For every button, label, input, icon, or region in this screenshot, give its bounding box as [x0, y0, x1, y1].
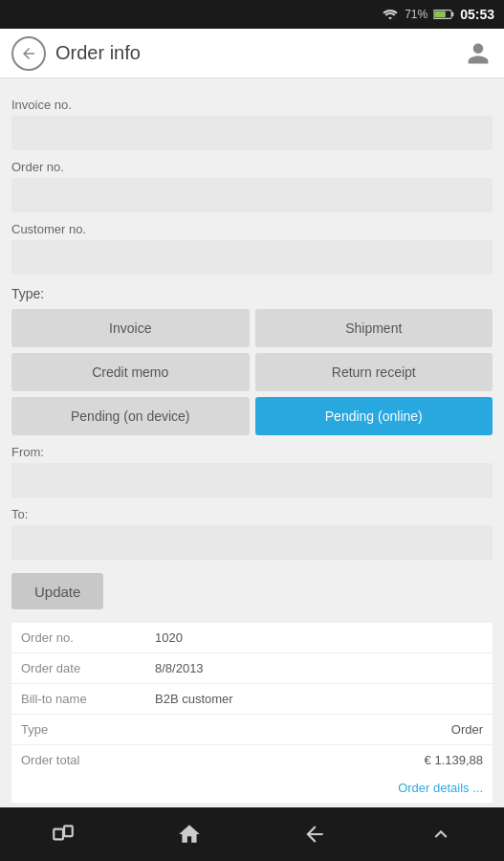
type-label: Type:	[11, 286, 493, 301]
status-icons: 71% 05:53	[382, 7, 494, 22]
type-btn-pending-device[interactable]: Pending (on device)	[11, 397, 250, 435]
table-row: Order date 8/8/2013	[11, 653, 493, 684]
update-button[interactable]: Update	[11, 573, 103, 609]
back-arrow-icon	[20, 45, 37, 62]
invoice-no-label: Invoice no.	[11, 98, 493, 112]
type-btn-shipment[interactable]: Shipment	[255, 309, 493, 347]
to-label: To:	[11, 507, 493, 521]
svg-rect-3	[54, 829, 63, 840]
row-value: 1020	[155, 630, 483, 645]
top-bar: Order info	[0, 29, 504, 78]
from-label: From:	[11, 445, 493, 459]
type-buttons-row2: Credit memo Return receipt	[11, 353, 493, 391]
recent-apps-button[interactable]	[34, 815, 92, 853]
table-row: Order no. 1020	[11, 623, 493, 653]
time-display: 05:53	[460, 7, 494, 22]
to-input[interactable]	[11, 525, 493, 560]
type-btn-pending-online[interactable]: Pending (online)	[255, 397, 493, 435]
svg-rect-2	[434, 11, 446, 18]
type-btn-credit-memo[interactable]: Credit memo	[11, 353, 250, 391]
table-row: Type Order	[11, 715, 493, 745]
row-label: Order no.	[21, 630, 155, 645]
nav-back-button[interactable]	[286, 815, 343, 853]
customer-no-label: Customer no.	[11, 222, 493, 236]
battery-icon	[433, 8, 454, 21]
row-label: Bill-to name	[21, 692, 155, 706]
table-row: Order total € 1.139,88	[11, 745, 493, 775]
wifi-icon	[382, 8, 399, 21]
chevron-up-icon	[428, 822, 453, 847]
row-label: Type	[21, 722, 155, 737]
content-area: Invoice no. Order no. Customer no. Type:…	[0, 78, 504, 807]
order-no-input[interactable]	[11, 178, 493, 212]
type-buttons-row1: Invoice Shipment	[11, 309, 493, 347]
order-details-link[interactable]: Order details ...	[11, 775, 493, 803]
page-title: Order info	[55, 42, 464, 64]
result-section-1: Order no. 1020 Order date 8/8/2013 Bill-…	[11, 623, 493, 803]
row-label: Order total	[21, 753, 155, 767]
row-value: 8/8/2013	[155, 661, 483, 675]
row-value: B2B customer	[155, 692, 483, 706]
user-icon[interactable]	[464, 39, 493, 68]
row-value: Order	[155, 722, 483, 737]
table-row: Bill-to name B2B customer	[11, 684, 493, 715]
type-btn-return-receipt[interactable]: Return receipt	[255, 353, 493, 391]
battery-text: 71%	[405, 8, 427, 21]
row-value: € 1.139,88	[155, 753, 483, 767]
user-avatar-icon	[466, 41, 491, 66]
result-table-1: Order no. 1020 Order date 8/8/2013 Bill-…	[11, 623, 493, 775]
recent-apps-icon	[51, 822, 76, 847]
svg-rect-1	[451, 12, 453, 16]
invoice-no-input[interactable]	[11, 116, 493, 150]
from-section: From:	[11, 445, 493, 497]
nav-back-icon	[302, 822, 327, 847]
bottom-nav	[0, 807, 504, 861]
customer-no-input[interactable]	[11, 240, 493, 275]
type-buttons-row3: Pending (on device) Pending (online)	[11, 397, 493, 435]
to-section: To:	[11, 507, 493, 560]
order-no-label: Order no.	[11, 160, 493, 174]
home-button[interactable]	[161, 815, 218, 853]
svg-rect-4	[64, 826, 73, 836]
menu-button[interactable]	[412, 815, 470, 853]
row-label: Order date	[21, 661, 155, 675]
status-bar: 71% 05:53	[0, 0, 504, 29]
home-icon	[177, 822, 202, 847]
type-btn-invoice[interactable]: Invoice	[11, 309, 250, 347]
back-button[interactable]	[11, 36, 46, 71]
from-input[interactable]	[11, 463, 493, 497]
